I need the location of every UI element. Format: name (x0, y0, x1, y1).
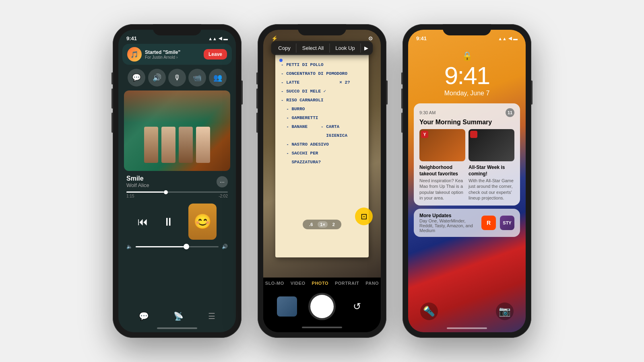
shareplay-button[interactable]: 👥 (209, 69, 227, 86)
slo-mo-mode[interactable]: SLO-MO (265, 281, 284, 286)
power-button-2[interactable] (386, 80, 388, 105)
tasty-icon: STY (500, 216, 514, 230)
note-line-7: - GAMBERETTI (281, 113, 363, 122)
zoom-06-button[interactable]: .6 (307, 221, 315, 228)
pano-mode[interactable]: PANO (365, 281, 379, 286)
airplay-tab[interactable]: 📡 (173, 311, 184, 321)
rewind-button[interactable]: ⏮ (138, 216, 148, 228)
more-arrow[interactable]: ▶ (361, 43, 372, 53)
look-up-button[interactable]: Look Up (330, 43, 361, 53)
mic-button[interactable]: 🎙 (168, 69, 186, 86)
lock-status-time: 9:41 (416, 35, 427, 41)
photo-mode[interactable]: PHOTO (312, 281, 328, 286)
controls-row: 💬 🔊 🎙 📹 👥 (118, 65, 236, 90)
select-all-button[interactable]: Select All (297, 43, 330, 53)
portrait-mode[interactable]: PORTRAIT (335, 281, 359, 286)
volume-up-button-2[interactable] (256, 88, 258, 109)
more-updates-card[interactable]: More Updates Day One, WaterMinder, Reddi… (414, 209, 520, 237)
message-button[interactable]: 💬 (128, 69, 145, 86)
morning-summary-card[interactable]: 9:30 AM 11 Your Morning Summary Y Neighb… (414, 103, 520, 206)
wifi-icon: ◀ (219, 36, 222, 41)
progress-thumb[interactable] (164, 190, 168, 194)
article-1-title: Neighborhood takeout favorites (419, 165, 465, 177)
facetime-video-person: 😊 (188, 204, 217, 240)
notification-header: 9:30 AM 11 (419, 108, 514, 117)
facetime-title: Started "Smile" (145, 49, 180, 55)
zoom-1x-button[interactable]: 1× (318, 221, 328, 228)
facetime-thumbnail[interactable]: 😊 (188, 204, 217, 240)
camera-controls: ↺ (263, 289, 381, 324)
progress-times: 1:15 -2:02 (126, 193, 228, 200)
note-line-12: SPAZZATURA? (281, 158, 363, 167)
song-info: Smile Wolf Alice ··· (118, 171, 236, 189)
volume-max-icon: 🔊 (222, 244, 228, 249)
note-line-10: - NASTRO ADESIVO (281, 140, 363, 149)
phone-2: ⚡ ⊙ Copy Select All Look Up ▶ - (258, 24, 386, 338)
volume-up-button[interactable] (111, 88, 113, 109)
facetime-text: Started "Smile" For Justin Arnold › (145, 49, 180, 60)
signal-icon: ▲▲ (208, 36, 217, 41)
progress-bar[interactable]: 1:15 -2:02 (118, 189, 236, 202)
phone-1-screen: 9:41 ▲▲ ◀ ▬ 🎵 Started "Smile" For Justin… (118, 30, 236, 332)
volume-down-button-3[interactable] (401, 113, 403, 133)
note-line-11: - SACCHI PER (281, 149, 363, 158)
flash-icon[interactable]: ⚡ (271, 35, 278, 41)
speaker-button[interactable]: 🔊 (148, 69, 166, 86)
notification-title: Your Morning Summary (419, 119, 514, 126)
lock-icon-area: 🔒 (408, 43, 526, 63)
leave-button[interactable]: Leave (204, 49, 227, 60)
volume-down-button-2[interactable] (256, 113, 258, 133)
pause-button[interactable]: ⏸ (163, 215, 174, 228)
article-2-title: All-Star Week is coming! (469, 165, 514, 177)
zoom-2x-button[interactable]: 2 (330, 221, 337, 228)
gallery-thumbnail[interactable] (277, 296, 297, 317)
reddit-icon: R (481, 216, 496, 230)
flashlight-button[interactable]: 🔦 (420, 302, 438, 320)
ocr-toolbar: Copy Select All Look Up ▶ (271, 41, 373, 55)
bottom-tabs: 💬 📡 ☰ (118, 308, 236, 324)
camera-screen: ⚡ ⊙ Copy Select All Look Up ▶ - (263, 30, 381, 332)
music-screen: 9:41 ▲▲ ◀ ▬ 🎵 Started "Smile" For Justin… (118, 30, 236, 332)
video-button[interactable]: 📹 (188, 69, 206, 86)
band-member-4 (196, 127, 210, 163)
volume-up-button-3[interactable] (401, 88, 403, 109)
band-silhouette (144, 127, 210, 163)
lock-screen-date: Monday, June 7 (408, 88, 526, 103)
volume-track[interactable] (136, 246, 219, 247)
article-image-1: Y (419, 129, 465, 161)
more-updates-text: More Updates Day One, WaterMinder, Reddi… (419, 213, 477, 233)
more-options-button[interactable]: ··· (217, 176, 228, 187)
volume-fill (136, 246, 186, 247)
zoom-controls: .6 1× 2 (303, 220, 341, 229)
album-glow (124, 90, 230, 123)
flashlight-icon: 🔦 (423, 306, 435, 317)
lock-screen: 9:41 ▲▲ ◀ ▬ 🔒 9:41 Monday, June 7 9:30 A… (408, 30, 526, 332)
home-bar-1 (118, 324, 236, 332)
settings-icon[interactable]: ⊙ (368, 35, 373, 41)
video-mode[interactable]: VIDEO (291, 281, 305, 286)
camera-shortcut-button[interactable]: 📷 (496, 302, 514, 320)
pin-dot (279, 59, 283, 62)
camera-viewfinder: Copy Select All Look Up ▶ - PETTI DI POL… (263, 30, 381, 278)
flip-camera-button[interactable]: ↺ (347, 296, 367, 317)
app-badge-2 (470, 131, 477, 138)
note-line-1: - PETTI DI POLLO (281, 60, 363, 69)
power-button-3[interactable] (531, 80, 533, 105)
power-button[interactable] (241, 80, 243, 105)
volume-down-button[interactable] (111, 113, 113, 133)
status-time: 9:41 (126, 35, 137, 41)
live-text-button[interactable]: ⊡ (355, 208, 373, 225)
shutter-button[interactable] (308, 293, 336, 320)
note-line-8: - BANANE - CARTA (281, 122, 363, 131)
mute-switch-2 (256, 72, 258, 84)
facetime-bar: 🎵 Started "Smile" For Justin Arnold › Le… (122, 44, 232, 65)
volume-thumb[interactable] (184, 244, 189, 249)
home-indicator-1 (157, 327, 197, 329)
copy-button[interactable]: Copy (272, 43, 296, 53)
facetime-subtitle: For Justin Arnold › (145, 55, 180, 60)
note-text-content: - PETTI DI POLLO - CONCENTRATO DI POMODO… (281, 60, 363, 167)
time-elapsed: 1:15 (126, 194, 134, 198)
queue-tab[interactable]: ☰ (208, 311, 215, 321)
lyrics-tab[interactable]: 💬 (139, 311, 149, 321)
phone-1: 9:41 ▲▲ ◀ ▬ 🎵 Started "Smile" For Justin… (113, 24, 242, 338)
